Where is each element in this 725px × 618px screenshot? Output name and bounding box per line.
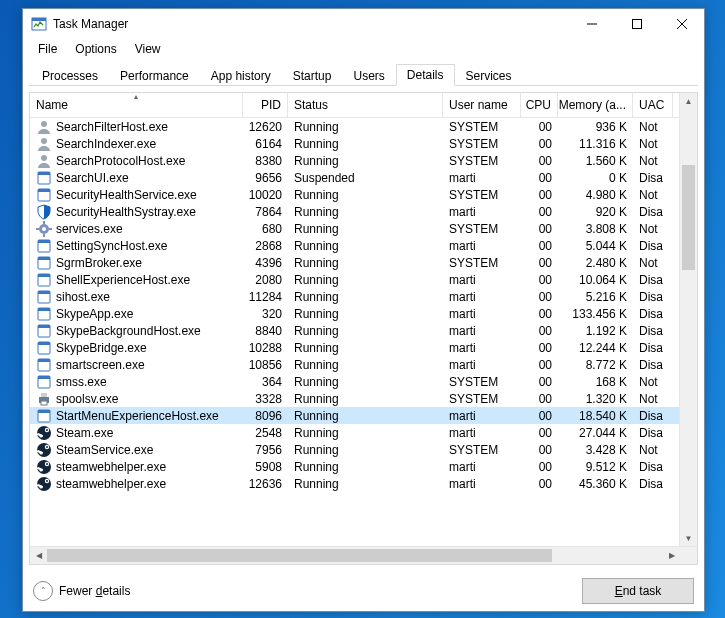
cell-pid: 7864 <box>243 203 288 220</box>
cell-pid: 2548 <box>243 424 288 441</box>
cell-user: SYSTEM <box>443 220 521 237</box>
process-row[interactable]: SkypeApp.exe320Runningmarti00133.456 KDi… <box>30 305 697 322</box>
svg-rect-30 <box>38 325 50 328</box>
process-row[interactable]: spoolsv.exe3328RunningSYSTEM001.320 KNot <box>30 390 697 407</box>
close-button[interactable] <box>659 10 704 39</box>
header-memory[interactable]: Memory (a... <box>558 93 633 117</box>
cell-cpu: 00 <box>521 237 558 254</box>
process-row[interactable]: SearchFilterHost.exe12620RunningSYSTEM00… <box>30 118 697 135</box>
process-row[interactable]: Steam.exe2548Runningmarti0027.044 KDisa <box>30 424 697 441</box>
svg-point-52 <box>37 460 51 474</box>
tab-services[interactable]: Services <box>455 65 523 86</box>
process-row[interactable]: StartMenuExperienceHost.exe8096Runningma… <box>30 407 697 424</box>
cell-user: marti <box>443 458 521 475</box>
scroll-right-button[interactable]: ▶ <box>663 547 680 564</box>
process-row[interactable]: steamwebhelper.exe12636Runningmarti0045.… <box>30 475 697 492</box>
header-status-label: Status <box>294 98 328 112</box>
maximize-button[interactable] <box>614 10 659 39</box>
cell-status: Running <box>288 407 443 424</box>
svg-point-42 <box>37 426 51 440</box>
tab-performance[interactable]: Performance <box>109 65 200 86</box>
horizontal-scroll-thumb[interactable] <box>47 549 552 562</box>
menu-options[interactable]: Options <box>66 39 125 59</box>
cell-cpu: 00 <box>521 305 558 322</box>
process-row[interactable]: SecurityHealthService.exe10020RunningSYS… <box>30 186 697 203</box>
cell-memory: 1.192 K <box>558 322 633 339</box>
minimize-button[interactable] <box>569 10 614 39</box>
cell-cpu: 00 <box>521 339 558 356</box>
process-row[interactable]: SteamService.exe7956RunningSYSTEM003.428… <box>30 441 697 458</box>
scroll-up-button[interactable]: ▲ <box>680 93 697 110</box>
cell-cpu: 00 <box>521 203 558 220</box>
process-row[interactable]: SettingSyncHost.exe2868Runningmarti005.0… <box>30 237 697 254</box>
process-row[interactable]: SearchProtocolHost.exe8380RunningSYSTEM0… <box>30 152 697 169</box>
task-manager-icon <box>31 16 47 32</box>
process-row[interactable]: SkypeBackgroundHost.exe8840Runningmarti0… <box>30 322 697 339</box>
cell-uac: Not <box>633 152 673 169</box>
horizontal-scrollbar[interactable]: ◀ ▶ <box>30 546 697 564</box>
cell-name: ShellExperienceHost.exe <box>30 271 243 288</box>
header-uac-label: UAC <box>639 98 664 112</box>
svg-point-59 <box>46 480 48 482</box>
vertical-scroll-thumb[interactable] <box>682 165 695 270</box>
process-row[interactable]: SecurityHealthSystray.exe7864Runningmart… <box>30 203 697 220</box>
process-row[interactable]: SgrmBroker.exe4396RunningSYSTEM002.480 K… <box>30 254 697 271</box>
header-status[interactable]: Status <box>288 93 443 117</box>
process-row[interactable]: SearchUI.exe9656Suspendedmarti000 KDisa <box>30 169 697 186</box>
svg-rect-34 <box>38 359 50 362</box>
process-row[interactable]: sihost.exe11284Runningmarti005.216 KDisa <box>30 288 697 305</box>
cell-uac: Disa <box>633 356 673 373</box>
cell-user: marti <box>443 322 521 339</box>
header-name[interactable]: ▴ Name <box>30 93 243 117</box>
cell-name: SearchProtocolHost.exe <box>30 152 243 169</box>
end-task-button[interactable]: End task <box>582 578 694 604</box>
cell-pid: 12636 <box>243 475 288 492</box>
cell-user: marti <box>443 288 521 305</box>
cell-pid: 7956 <box>243 441 288 458</box>
cell-pid: 3328 <box>243 390 288 407</box>
scroll-down-button[interactable]: ▼ <box>680 530 697 547</box>
svg-point-7 <box>41 138 47 144</box>
process-row[interactable]: smss.exe364RunningSYSTEM00168 KNot <box>30 373 697 390</box>
cell-memory: 3.428 K <box>558 441 633 458</box>
cell-cpu: 00 <box>521 441 558 458</box>
process-row[interactable]: ShellExperienceHost.exe2080Runningmarti0… <box>30 271 697 288</box>
menu-file[interactable]: File <box>29 39 66 59</box>
header-uac[interactable]: UAC <box>633 93 673 117</box>
titlebar[interactable]: Task Manager <box>23 9 704 39</box>
vertical-scrollbar[interactable]: ▲ ▼ <box>679 93 697 547</box>
cell-status: Running <box>288 390 443 407</box>
cell-memory: 133.456 K <box>558 305 633 322</box>
svg-rect-20 <box>38 240 50 243</box>
cell-name: steamwebhelper.exe <box>30 458 243 475</box>
person-icon <box>36 136 52 152</box>
process-row[interactable]: SearchIndexer.exe6164RunningSYSTEM0011.3… <box>30 135 697 152</box>
process-row[interactable]: services.exe680RunningSYSTEM003.808 KNot <box>30 220 697 237</box>
tab-startup[interactable]: Startup <box>282 65 343 86</box>
process-row[interactable]: steamwebhelper.exe5908Runningmarti009.51… <box>30 458 697 475</box>
cell-cpu: 00 <box>521 390 558 407</box>
app-icon <box>36 357 52 373</box>
tab-users[interactable]: Users <box>342 65 395 86</box>
tab-processes[interactable]: Processes <box>31 65 109 86</box>
tab-app-history[interactable]: App history <box>200 65 282 86</box>
fewer-details-button[interactable]: ˄ Fewer details <box>33 581 130 601</box>
app-icon <box>36 272 52 288</box>
tab-details[interactable]: Details <box>396 64 455 86</box>
header-name-label: Name <box>36 98 68 112</box>
svg-point-6 <box>41 121 47 127</box>
steam-icon <box>36 459 52 475</box>
process-row[interactable]: smartscreen.exe10856Runningmarti008.772 … <box>30 356 697 373</box>
header-cpu[interactable]: CPU <box>521 93 558 117</box>
cell-name: SearchUI.exe <box>30 169 243 186</box>
cell-status: Running <box>288 220 443 237</box>
cell-user: marti <box>443 424 521 441</box>
header-user[interactable]: User name <box>443 93 521 117</box>
app-icon <box>36 340 52 356</box>
process-row[interactable]: SkypeBridge.exe10288Runningmarti0012.244… <box>30 339 697 356</box>
scroll-left-button[interactable]: ◀ <box>30 547 47 564</box>
header-pid[interactable]: PID <box>243 93 288 117</box>
cell-memory: 1.560 K <box>558 152 633 169</box>
menu-view[interactable]: View <box>126 39 170 59</box>
cell-user: marti <box>443 356 521 373</box>
